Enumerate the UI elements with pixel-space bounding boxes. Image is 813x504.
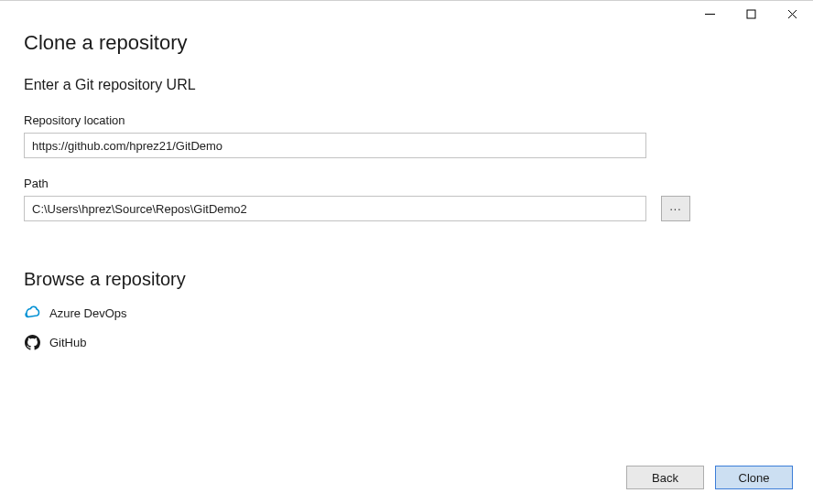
azure-devops-option[interactable]: Azure DevOps bbox=[24, 305, 789, 321]
dialog-title: Clone a repository bbox=[24, 31, 789, 55]
dialog-footer: Back Clone bbox=[626, 466, 793, 489]
repo-location-input[interactable] bbox=[24, 133, 646, 158]
browse-path-button[interactable]: ... bbox=[661, 196, 690, 221]
azure-devops-label: Azure DevOps bbox=[49, 306, 127, 320]
maximize-button[interactable] bbox=[731, 0, 772, 27]
minimize-icon bbox=[705, 9, 715, 19]
github-label: GitHub bbox=[49, 336, 86, 349]
path-label: Path bbox=[24, 177, 789, 190]
path-group: Path ... bbox=[24, 177, 789, 221]
path-input[interactable] bbox=[24, 196, 646, 221]
browse-repo-heading: Browse a repository bbox=[24, 269, 789, 290]
repo-location-group: Repository location bbox=[24, 113, 789, 158]
dialog-content: Clone a repository Enter a Git repositor… bbox=[0, 0, 813, 350]
path-row: ... bbox=[24, 196, 789, 221]
maximize-icon bbox=[746, 9, 756, 19]
close-icon bbox=[787, 9, 797, 19]
github-icon bbox=[24, 334, 40, 350]
back-button[interactable]: Back bbox=[626, 466, 704, 489]
azure-devops-icon bbox=[24, 305, 40, 321]
svg-rect-1 bbox=[747, 10, 755, 18]
close-button[interactable] bbox=[772, 0, 813, 27]
window-titlebar bbox=[689, 0, 813, 27]
repo-location-label: Repository location bbox=[24, 113, 789, 127]
minimize-button[interactable] bbox=[689, 0, 731, 27]
clone-button[interactable]: Clone bbox=[715, 466, 793, 489]
enter-url-heading: Enter a Git repository URL bbox=[24, 77, 789, 93]
github-option[interactable]: GitHub bbox=[24, 334, 789, 350]
